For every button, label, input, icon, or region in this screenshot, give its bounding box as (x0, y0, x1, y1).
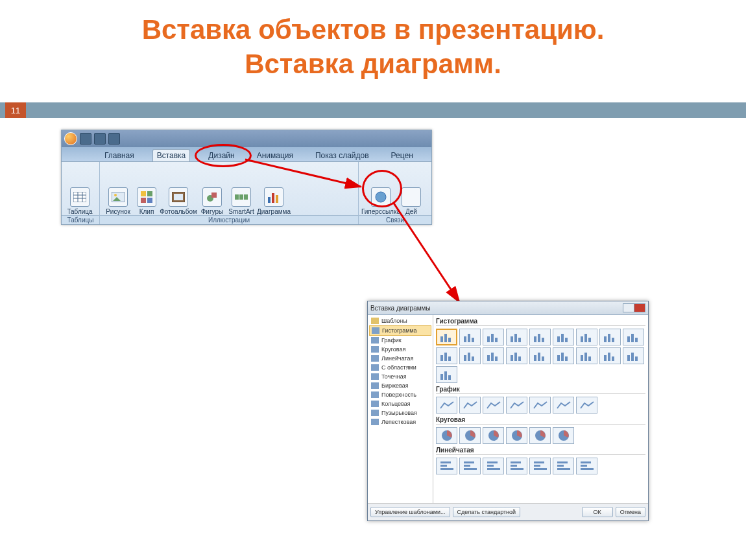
svg-rect-41 (561, 334, 564, 342)
set-default-button[interactable]: Сделать стандартной (453, 507, 521, 517)
svg-rect-40 (557, 336, 560, 342)
chart-subtype-thumb[interactable] (459, 329, 481, 345)
action-button[interactable]: Дей (402, 187, 421, 215)
chart-subtype-thumb[interactable] (529, 347, 551, 364)
chart-subtype-thumb[interactable] (623, 347, 644, 364)
svg-rect-67 (557, 355, 560, 361)
svg-rect-8 (141, 191, 146, 196)
chart-subtype-thumb[interactable] (483, 329, 504, 345)
save-icon[interactable] (80, 133, 91, 145)
svg-rect-76 (627, 355, 630, 361)
dialog-body: Шаблоны Гистограмма График Круговая Лине… (368, 315, 648, 503)
svg-rect-50 (631, 334, 634, 342)
help-button[interactable] (623, 303, 634, 312)
chart-subtype-thumb[interactable] (436, 329, 457, 345)
chart-subtype-thumb[interactable] (436, 366, 457, 383)
chart-subtype-thumb[interactable] (553, 427, 574, 444)
page-number: 11 (5, 102, 26, 118)
button-label: SmartArt (228, 208, 254, 215)
chart-subtype-thumb[interactable] (483, 397, 504, 414)
chart-subtype-thumb[interactable] (599, 347, 621, 364)
slide-title: Вставка объектов в презентацию. Вставка … (0, 0, 746, 81)
chart-subtype-thumb[interactable] (436, 347, 457, 364)
gallery-row (436, 458, 645, 474)
svg-rect-66 (542, 356, 544, 361)
chart-subtype-thumb[interactable] (506, 329, 527, 345)
chart-subtype-thumb[interactable] (599, 329, 621, 345)
chart-type-list[interactable]: Шаблоны Гистограмма График Круговая Лине… (368, 315, 433, 503)
chart-subtype-thumb[interactable] (529, 427, 551, 444)
chart-subtype-thumb[interactable] (436, 397, 457, 414)
chart-subtype-thumb[interactable] (623, 329, 644, 345)
svg-rect-36 (518, 338, 521, 342)
svg-rect-60 (495, 356, 498, 361)
svg-rect-57 (472, 356, 474, 361)
chart-subtype-thumb[interactable] (506, 347, 527, 364)
svg-rect-55 (464, 355, 466, 361)
highlight-ellipse-chart (362, 170, 402, 207)
chart-subtype-thumb[interactable] (459, 347, 481, 364)
chart-subtype-thumb[interactable] (529, 458, 551, 474)
hbar-chart-icon (371, 355, 379, 362)
chart-subtype-thumb[interactable] (529, 397, 551, 414)
table-button[interactable]: Таблица (64, 187, 95, 215)
svg-rect-71 (584, 353, 587, 361)
tab-insert[interactable]: Вставка (152, 149, 191, 161)
chart-subtype-thumb[interactable] (553, 397, 574, 414)
chart-subtype-thumb[interactable] (529, 329, 551, 345)
svg-rect-17 (239, 194, 243, 200)
chart-subtype-thumb[interactable] (576, 347, 597, 364)
gallery-row (436, 329, 645, 383)
chart-button[interactable]: Диаграмма (257, 187, 291, 215)
chart-subtype-thumb[interactable] (553, 347, 574, 364)
cancel-button[interactable]: Отмена (616, 507, 645, 517)
svg-rect-49 (627, 336, 630, 342)
smartart-button[interactable]: SmartArt (227, 187, 256, 215)
list-item: Поверхность (369, 390, 431, 399)
chart-subtype-thumb[interactable] (436, 427, 457, 444)
chart-subtype-thumb[interactable] (553, 458, 574, 474)
clip-button[interactable]: Клип (135, 187, 158, 215)
chart-subtype-thumb[interactable] (459, 427, 481, 444)
chart-subtype-thumb[interactable] (576, 329, 597, 345)
close-button[interactable] (634, 303, 645, 312)
manage-templates-button[interactable]: Управление шаблонами... (370, 507, 450, 517)
tab-slideshow[interactable]: Показ слайдов (311, 150, 373, 161)
chart-subtype-thumb[interactable] (576, 397, 597, 414)
folder-icon (371, 318, 379, 324)
chart-subtype-gallery: ГистограммаГрафикКруговаяЛинейчатая (433, 315, 648, 503)
tab-animation[interactable]: Анимация (253, 150, 297, 161)
office-button-icon[interactable] (64, 132, 77, 145)
gallery-category-label: График (436, 386, 645, 394)
group-label: Иллюстрации (100, 215, 358, 224)
svg-rect-18 (244, 194, 248, 200)
chart-subtype-thumb[interactable] (553, 329, 574, 345)
chart-subtype-thumb[interactable] (483, 347, 504, 364)
svg-rect-69 (565, 356, 568, 361)
svg-rect-48 (612, 338, 614, 342)
chart-subtype-thumb[interactable] (576, 458, 597, 474)
tab-home[interactable]: Главная (101, 150, 138, 161)
picture-button[interactable]: Рисунок (102, 187, 134, 215)
shapes-button[interactable]: Фигуры (199, 187, 226, 215)
chart-subtype-thumb[interactable] (459, 397, 481, 414)
chart-subtype-thumb[interactable] (483, 427, 504, 444)
chart-subtype-thumb[interactable] (506, 427, 527, 444)
chart-subtype-thumb[interactable] (459, 458, 481, 474)
svg-rect-53 (444, 353, 447, 361)
chart-subtype-thumb[interactable] (506, 397, 527, 414)
photoalbum-button[interactable]: Фотоальбом (160, 187, 197, 215)
pie-chart-icon (371, 346, 379, 353)
chart-subtype-thumb[interactable] (506, 458, 527, 474)
ok-button[interactable]: ОК (582, 507, 613, 517)
chart-subtype-thumb[interactable] (483, 458, 504, 474)
undo-icon[interactable] (94, 133, 106, 145)
svg-rect-68 (561, 353, 564, 361)
chart-subtype-thumb[interactable] (436, 458, 457, 474)
svg-rect-20 (272, 193, 274, 203)
tab-review[interactable]: Рецен (387, 150, 417, 161)
redo-icon[interactable] (108, 133, 120, 145)
svg-rect-108 (581, 468, 594, 470)
radar-chart-icon (371, 419, 379, 425)
quick-access-toolbar (62, 130, 431, 147)
